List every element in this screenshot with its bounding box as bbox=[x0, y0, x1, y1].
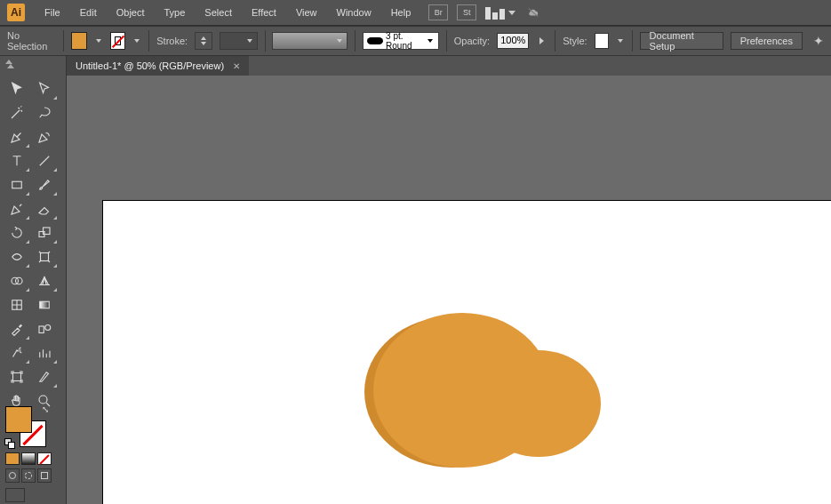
opacity-input[interactable]: 100% bbox=[497, 33, 529, 49]
svg-point-11 bbox=[39, 396, 47, 404]
menu-effect[interactable]: Effect bbox=[243, 4, 285, 21]
tools-panel: ⤡ bbox=[0, 56, 67, 504]
fill-color-swatch[interactable] bbox=[71, 32, 87, 50]
chevron-down-icon[interactable] bbox=[134, 39, 140, 43]
menu-file[interactable]: File bbox=[36, 4, 69, 21]
menu-window[interactable]: Window bbox=[328, 4, 380, 21]
rectangle-tool[interactable] bbox=[4, 173, 30, 196]
magic-wand-tool[interactable] bbox=[4, 101, 30, 124]
svg-point-5 bbox=[16, 277, 23, 284]
column-graph-tool[interactable] bbox=[31, 341, 58, 364]
shape-builder-tool[interactable] bbox=[4, 269, 30, 292]
selection-tool[interactable] bbox=[4, 77, 30, 100]
selection-status-label: No Selection bbox=[7, 30, 56, 52]
menu-bar: Ai File Edit Object Type Select Effect V… bbox=[0, 0, 831, 25]
menu-edit[interactable]: Edit bbox=[71, 4, 106, 21]
mesh-tool[interactable] bbox=[4, 293, 30, 316]
fill-stroke-proxy[interactable]: ⤡ bbox=[5, 406, 46, 447]
curvature-tool[interactable] bbox=[31, 125, 58, 148]
close-tab-button[interactable]: ✕ bbox=[233, 61, 240, 71]
color-mode-none[interactable] bbox=[37, 452, 52, 465]
blend-tool[interactable] bbox=[31, 317, 58, 340]
bridge-launch-button[interactable]: Br bbox=[428, 4, 448, 20]
slice-tool[interactable] bbox=[31, 365, 58, 388]
style-label: Style: bbox=[563, 36, 587, 46]
color-mode-gradient[interactable] bbox=[21, 452, 36, 465]
svg-rect-7 bbox=[40, 301, 50, 308]
stroke-label: Stroke: bbox=[156, 36, 188, 46]
document-tab[interactable]: Untitled-1* @ 50% (RGB/Preview) ✕ bbox=[67, 56, 249, 76]
menu-type[interactable]: Type bbox=[156, 4, 195, 21]
chevron-down-icon[interactable] bbox=[618, 39, 623, 43]
opacity-flyout-button[interactable] bbox=[539, 37, 544, 44]
brush-definition-dropdown[interactable] bbox=[272, 32, 348, 50]
lasso-tool[interactable] bbox=[31, 101, 58, 124]
fill-proxy-swatch[interactable] bbox=[5, 406, 32, 433]
direct-selection-tool[interactable] bbox=[31, 77, 58, 100]
artboard-tool[interactable] bbox=[4, 365, 30, 388]
scale-tool[interactable] bbox=[31, 221, 58, 244]
paintbrush-tool[interactable] bbox=[31, 173, 58, 196]
svg-rect-0 bbox=[12, 181, 22, 188]
screen-mode-button[interactable] bbox=[5, 488, 25, 502]
menu-object[interactable]: Object bbox=[108, 4, 154, 21]
menu-select[interactable]: Select bbox=[196, 4, 241, 21]
document-tab-bar: Untitled-1* @ 50% (RGB/Preview) ✕ bbox=[67, 56, 831, 76]
svg-rect-3 bbox=[41, 253, 49, 261]
chevron-down-icon bbox=[508, 11, 515, 15]
draw-behind-button[interactable] bbox=[21, 468, 36, 483]
document-setup-button[interactable]: Document Setup bbox=[640, 32, 723, 50]
eraser-tool[interactable] bbox=[31, 197, 58, 220]
pen-tool[interactable] bbox=[4, 125, 30, 148]
color-mode-row bbox=[5, 452, 52, 465]
eyedropper-tool[interactable] bbox=[4, 317, 30, 340]
stroke-color-swatch[interactable] bbox=[110, 32, 126, 50]
free-transform-tool[interactable] bbox=[31, 245, 58, 268]
stroke-weight-dropdown[interactable] bbox=[220, 32, 258, 50]
stroke-weight-stepper[interactable] bbox=[195, 32, 212, 50]
gpu-preview-icon[interactable] bbox=[524, 5, 542, 20]
menu-help[interactable]: Help bbox=[382, 4, 420, 21]
screen-mode-row bbox=[5, 488, 25, 502]
perspective-grid-tool[interactable] bbox=[31, 269, 58, 292]
preferences-button[interactable]: Preferences bbox=[731, 32, 803, 50]
gradient-tool[interactable] bbox=[31, 293, 58, 316]
control-bar: No Selection Stroke: 3 pt. Round Opacity… bbox=[0, 26, 831, 56]
app-logo: Ai bbox=[7, 4, 25, 21]
swap-fill-stroke-icon[interactable]: ⤡ bbox=[42, 404, 49, 414]
color-mode-solid[interactable] bbox=[5, 452, 20, 465]
align-flyout-icon[interactable]: ✦ bbox=[813, 34, 824, 48]
arrange-documents-button[interactable] bbox=[485, 5, 515, 20]
default-fill-stroke-icon[interactable] bbox=[4, 438, 15, 449]
type-tool[interactable] bbox=[4, 149, 30, 172]
menu-view[interactable]: View bbox=[287, 4, 326, 21]
line-segment-tool[interactable] bbox=[31, 149, 58, 172]
artwork-shape-small[interactable] bbox=[476, 350, 601, 457]
svg-rect-8 bbox=[39, 326, 44, 333]
variable-width-profile-dropdown[interactable]: 3 pt. Round bbox=[363, 32, 439, 50]
stock-launch-button[interactable]: St bbox=[457, 4, 476, 20]
svg-rect-10 bbox=[13, 373, 21, 381]
panel-collapse-button[interactable] bbox=[5, 60, 14, 68]
rotate-tool[interactable] bbox=[4, 221, 30, 244]
draw-mode-row bbox=[5, 468, 52, 483]
canvas-area[interactable] bbox=[67, 76, 831, 504]
document-tab-title: Untitled-1* @ 50% (RGB/Preview) bbox=[76, 60, 224, 71]
graphic-style-swatch[interactable] bbox=[595, 33, 609, 49]
width-profile-label: 3 pt. Round bbox=[386, 31, 423, 51]
draw-inside-button[interactable] bbox=[37, 468, 52, 483]
chevron-down-icon[interactable] bbox=[96, 39, 101, 43]
arrange-documents-icon bbox=[485, 5, 507, 20]
width-tool[interactable] bbox=[4, 245, 30, 268]
svg-point-9 bbox=[45, 325, 51, 331]
symbol-sprayer-tool[interactable] bbox=[4, 341, 30, 364]
width-profile-icon bbox=[367, 37, 383, 44]
draw-normal-button[interactable] bbox=[5, 468, 20, 483]
artboard[interactable] bbox=[102, 200, 831, 504]
shaper-tool[interactable] bbox=[4, 197, 30, 220]
opacity-label: Opacity: bbox=[454, 36, 490, 46]
